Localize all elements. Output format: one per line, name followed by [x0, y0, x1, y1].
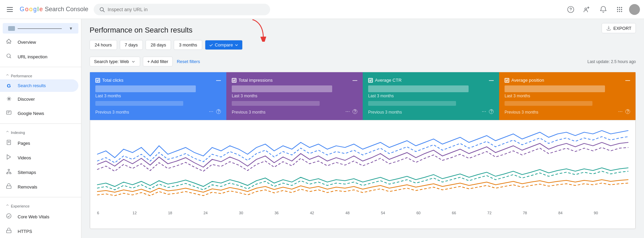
discover-icon: ✳	[5, 95, 12, 103]
x-label-12: 12	[133, 211, 167, 215]
total-clicks-label: Total clicks	[102, 78, 124, 83]
nav-divider-1	[0, 67, 81, 67]
ctr-checkbox[interactable]	[368, 78, 373, 83]
filter-bar-container: 24 hours 7 days 28 days 3 months Compare	[90, 40, 243, 55]
x-label-18: 18	[168, 211, 203, 215]
x-label-66: 66	[452, 211, 487, 215]
menu-button[interactable]	[4, 4, 16, 15]
search-type-button[interactable]: Search type: Web	[90, 57, 140, 66]
clicks-info-icon[interactable]: ?	[216, 109, 221, 114]
svg-rect-24	[10, 173, 11, 174]
property-selector[interactable]: —————————— ▼	[3, 23, 78, 34]
app-logo: Google Search Console	[20, 6, 88, 13]
url-search-bar[interactable]	[94, 4, 270, 15]
metric-card-avg-position[interactable]: Average position — Last 3 months Previou…	[499, 72, 636, 120]
sidebar-item-videos[interactable]: Videos	[0, 151, 78, 165]
x-label-54: 54	[381, 211, 416, 215]
sidebar-item-overview[interactable]: Overview	[0, 35, 78, 49]
impressions-period-label: Last 3 months	[232, 94, 357, 98]
position-info-icon[interactable]: ?	[625, 109, 630, 114]
sidebar-item-google-news-label: Google News	[18, 111, 44, 116]
svg-point-13	[621, 11, 622, 12]
chevron-down-search-icon	[131, 59, 136, 64]
position-options-icon[interactable]: ···	[618, 108, 623, 115]
x-axis-labels: 6 12 18 24 30 36 42 48 54 60 66 72 78 84…	[97, 210, 628, 215]
impressions-info-icon[interactable]: ?	[353, 109, 357, 114]
compare-label: Compare	[215, 42, 233, 47]
position-prev-bar	[505, 101, 592, 106]
filter-28d[interactable]: 28 days	[146, 40, 171, 50]
x-label-72: 72	[487, 211, 522, 215]
svg-point-10	[621, 9, 622, 10]
sidebar-item-pages[interactable]: Pages	[0, 136, 78, 151]
notifications-button[interactable]	[596, 3, 610, 16]
sidebar-item-discover-label: Discover	[18, 97, 35, 102]
svg-marker-21	[7, 155, 11, 159]
svg-point-7	[621, 7, 622, 8]
filter-24h[interactable]: 24 hours	[90, 40, 117, 50]
impressions-value-bar	[232, 85, 332, 92]
chart-container: 6 12 18 24 30 36 42 48 54 60 66 72 78 84…	[90, 120, 636, 229]
clicks-prev-bar	[95, 101, 183, 106]
ctr-info-icon[interactable]: ?	[489, 109, 494, 114]
clicks-checkbox[interactable]	[95, 78, 100, 83]
chevron-down-compare-icon	[234, 43, 239, 47]
google-g-icon: G	[5, 83, 12, 88]
impressions-prev-bar	[232, 101, 320, 106]
sidebar: —————————— ▼ Overview URL inspection Per…	[0, 19, 81, 238]
sidebar-item-discover[interactable]: ✳ Discover	[0, 92, 78, 106]
home-icon	[5, 38, 12, 46]
position-period-label: Last 3 months	[505, 94, 630, 98]
impressions-options-icon[interactable]: ···	[345, 108, 350, 115]
x-label-48: 48	[345, 211, 380, 215]
svg-rect-31	[6, 230, 11, 233]
ctr-period-label: Last 3 months	[368, 94, 494, 98]
apps-button[interactable]	[613, 3, 626, 16]
x-label-60: 60	[416, 211, 451, 215]
accounts-button[interactable]	[580, 3, 594, 16]
indexing-section-label: Indexing	[0, 126, 81, 136]
position-checkbox[interactable]	[505, 78, 509, 83]
filter-3m[interactable]: 3 months	[174, 40, 202, 50]
ctr-options-icon[interactable]: ···	[482, 108, 486, 115]
clicks-dash: —	[216, 78, 221, 83]
sidebar-item-cwv-label: Core Web Vitals	[18, 214, 49, 219]
sidebar-item-url-inspection[interactable]: URL inspection	[0, 49, 78, 64]
add-filter-button[interactable]: + Add filter	[143, 57, 173, 66]
impressions-prev-period: Previous 3 months	[232, 110, 265, 115]
metric-card-total-clicks[interactable]: Total clicks — Last 3 months Previous 3 …	[90, 72, 226, 120]
sidebar-item-https[interactable]: HTTPS	[0, 224, 78, 238]
add-filter-label: + Add filter	[147, 59, 168, 64]
reset-filters-link[interactable]: Reset filters	[175, 57, 202, 66]
svg-point-12	[619, 11, 620, 12]
export-label: EXPORT	[613, 26, 631, 31]
sidebar-item-google-news[interactable]: Google News	[0, 106, 78, 121]
sidebar-item-removals[interactable]: Removals	[0, 180, 78, 194]
svg-line-1	[103, 11, 105, 12]
url-search-input[interactable]	[108, 7, 265, 12]
svg-rect-23	[6, 173, 8, 174]
core-web-vitals-icon	[5, 213, 12, 221]
help-button[interactable]	[564, 3, 577, 16]
check-icon	[209, 43, 213, 47]
x-label-30: 30	[239, 211, 273, 215]
page-title: Performance on Search results	[90, 26, 636, 35]
clicks-options-icon[interactable]: ···	[209, 108, 213, 115]
sidebar-item-sitemaps[interactable]: Sitemaps	[0, 165, 78, 180]
chevron-down-icon: ▼	[69, 26, 73, 31]
avatar[interactable]	[629, 4, 640, 15]
filter-7d[interactable]: 7 days	[120, 40, 143, 50]
property-icon	[8, 26, 15, 31]
search-icon	[99, 6, 105, 13]
metric-card-total-impressions[interactable]: Total impressions — Last 3 months Previo…	[226, 72, 363, 120]
compare-button[interactable]: Compare	[205, 40, 243, 50]
performance-section-label: Performance	[0, 70, 81, 79]
impressions-checkbox[interactable]	[232, 78, 236, 83]
svg-point-6	[619, 7, 620, 8]
export-button[interactable]: EXPORT	[602, 23, 636, 33]
sidebar-item-core-web-vitals[interactable]: Core Web Vitals	[0, 210, 78, 224]
ctr-prev-bar	[368, 101, 456, 106]
metric-card-avg-ctr[interactable]: Average CTR — Last 3 months Previous 3 m…	[363, 72, 499, 120]
sidebar-item-search-results[interactable]: G Search results	[0, 79, 78, 92]
nav-divider-3	[0, 197, 81, 197]
